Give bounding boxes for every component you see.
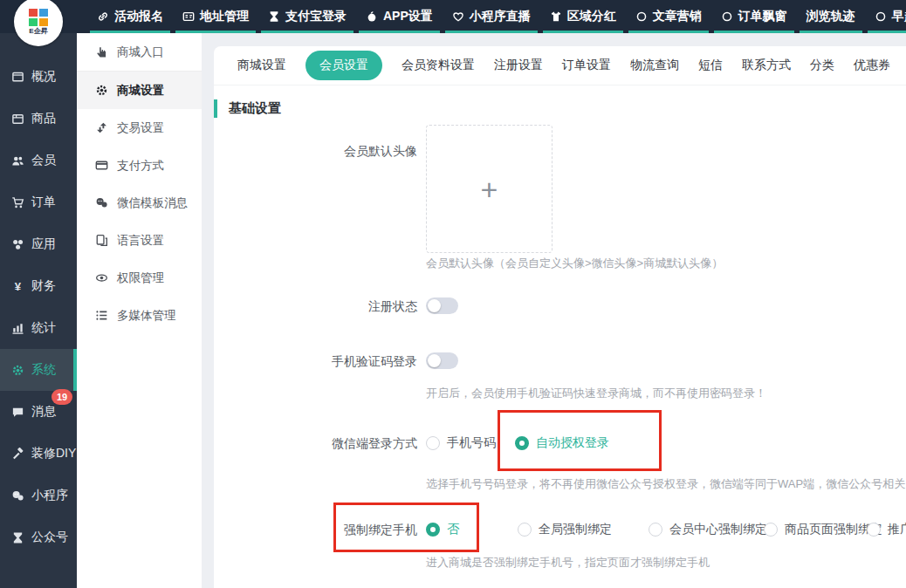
topbar-item-app-settings[interactable]: APP设置 (356, 0, 443, 33)
tab-order-settings[interactable]: 订单设置 (562, 58, 611, 73)
topbar-item-article-marketing[interactable]: 文章营销 (626, 0, 711, 33)
card-icon (95, 159, 108, 172)
radio-force-bind-member-center[interactable]: 会员中心强制绑定 (649, 521, 767, 538)
submenu-item-trade-settings[interactable]: 交易设置 (77, 109, 202, 147)
register-status-toggle[interactable] (426, 297, 458, 314)
field-label-force-bind-phone: 强制绑定手机 (234, 521, 417, 538)
radio-force-bind-promo[interactable]: 推广 (867, 521, 906, 538)
field-label-sms-login: 手机验证码登录 (234, 352, 417, 370)
topbar-item-label: 早起打卡 (892, 9, 906, 24)
circle-icon (875, 10, 887, 23)
sidebar-item-miniprogram[interactable]: 小程序 (0, 475, 77, 516)
sidebar-item-label: 财务 (31, 278, 56, 294)
radio-force-bind-no[interactable]: 否 (426, 521, 459, 538)
radio-force-bind-product-page[interactable]: 商品页面强制绑定 (764, 521, 882, 538)
field-label-register-status: 注册状态 (234, 297, 417, 315)
topbar-item-address-manage[interactable]: 地址管理 (173, 0, 258, 33)
sidebar-item-overview[interactable]: 概况 (0, 56, 77, 98)
gears-icon (11, 364, 24, 377)
field-label-default-avatar: 会员默认头像 (234, 142, 417, 160)
list-icon (95, 309, 108, 322)
topbar-item-label: 小程序直播 (470, 9, 531, 24)
tshirt-icon (550, 10, 562, 23)
address-card-icon (182, 10, 195, 23)
topbar-item-region-dividend[interactable]: 区域分红 (540, 0, 626, 33)
submenu-item-label: 多媒体管理 (117, 308, 176, 324)
sidebar-item-label: 系统 (31, 362, 56, 378)
tab-register-settings[interactable]: 注册设置 (494, 58, 543, 73)
sidebar-item-label: 统计 (31, 320, 56, 336)
tab-mall-settings[interactable]: 商城设置 (237, 58, 286, 73)
topbar-item-label: APP设置 (383, 9, 433, 24)
topbar-item-alipay-login[interactable]: 支付宝登录 (258, 0, 356, 33)
main-sidebar: 概况 商品 会员 订单 应用 财务 统计 系统 消息19 装修DIY 小程序 公… (0, 33, 77, 588)
sidebar-item-apps[interactable]: 应用 (0, 223, 77, 265)
topbar-item-label: 浏览轨迹 (806, 9, 855, 24)
radio-unchecked-icon (867, 523, 881, 537)
sidebar-item-finance[interactable]: 财务 (0, 265, 77, 307)
radio-force-bind-global[interactable]: 全局强制绑定 (518, 521, 612, 538)
sidebar-item-label: 消息 (31, 404, 56, 420)
circle-icon (721, 10, 733, 23)
radio-auto-auth-login[interactable]: 自动授权登录 (515, 434, 609, 452)
avatar-hint: 会员默认头像（会员自定义头像>微信头像>商城默认头像） (426, 256, 723, 270)
sidebar-item-label: 小程序 (31, 488, 68, 503)
radio-unchecked-icon (649, 523, 662, 537)
submenu-item-mall-entry[interactable]: 商城入口 (77, 33, 202, 72)
topbar-item-early-checkin[interactable]: 早起打卡 (865, 0, 906, 33)
hourglass-icon (11, 531, 24, 544)
sidebar-item-official-account[interactable]: 公众号 (0, 516, 77, 558)
users-icon (11, 154, 24, 168)
tab-member-profile-settings[interactable]: 会员资料设置 (402, 58, 475, 73)
sidebar-item-system[interactable]: 系统 (0, 349, 77, 391)
sidebar-item-label: 公众号 (31, 530, 68, 545)
avatar-upload-box[interactable]: + (426, 125, 553, 253)
topbar-item-label: 订单飘窗 (738, 9, 787, 24)
sidebar-item-statistics[interactable]: 统计 (0, 307, 77, 349)
sidebar-item-label: 订单 (31, 195, 56, 210)
tab-sms[interactable]: 短信 (698, 58, 723, 73)
link-icon (97, 10, 109, 23)
sidebar-item-orders[interactable]: 订单 (0, 181, 77, 223)
topbar-item-browse-track[interactable]: 浏览轨迹 (797, 0, 865, 33)
radio-label: 全局强制绑定 (539, 522, 612, 537)
section-header: 基础设置 (214, 99, 281, 118)
settings-panel: 商城设置 会员设置 会员资料设置 注册设置 订单设置 物流查询 短信 联系方式 … (214, 46, 906, 588)
tab-category[interactable]: 分类 (810, 58, 834, 73)
sms-login-toggle[interactable] (426, 352, 458, 369)
sidebar-item-decorate-diy[interactable]: 装修DIY (0, 433, 77, 475)
submenu-item-label: 权限管理 (117, 270, 164, 286)
submenu-item-mall-settings[interactable]: 商城设置 (77, 72, 202, 109)
submenu-item-media-manage[interactable]: 多媒体管理 (77, 297, 202, 334)
tab-member-settings[interactable]: 会员设置 (305, 51, 382, 80)
tab-contact[interactable]: 联系方式 (742, 58, 791, 73)
radio-phone-number[interactable]: 手机号码 (426, 434, 496, 452)
gear-icon (95, 84, 108, 97)
sidebar-item-messages[interactable]: 消息19 (0, 391, 77, 433)
submenu-item-payment-methods[interactable]: 支付方式 (77, 147, 202, 184)
submenu-item-language-settings[interactable]: 语言设置 (77, 222, 202, 259)
circle-icon (635, 10, 648, 23)
submenu-item-label: 支付方式 (117, 158, 164, 174)
apple-icon (366, 10, 378, 23)
sidebar-item-members[interactable]: 会员 (0, 140, 77, 181)
topbar-item-activity-signup[interactable]: 活动报名 (87, 0, 173, 33)
submenu-item-permission-manage[interactable]: 权限管理 (77, 259, 202, 297)
topbar-item-order-popup[interactable]: 订单飘窗 (711, 0, 797, 33)
tab-coupon[interactable]: 优惠券 (854, 58, 890, 73)
sidebar-item-goods[interactable]: 商品 (0, 98, 77, 140)
settings-tabs: 商城设置 会员设置 会员资料设置 注册设置 订单设置 物流查询 短信 联系方式 … (214, 46, 906, 85)
submenu-item-label: 语言设置 (117, 233, 164, 249)
chart-icon (11, 322, 24, 335)
topbar-item-miniprogram-live[interactable]: 小程序直播 (443, 0, 540, 33)
field-label-wechat-login-mode: 微信端登录方式 (234, 434, 417, 452)
radio-label: 会员中心强制绑定 (669, 522, 767, 537)
radio-checked-icon (426, 523, 440, 537)
sms-login-hint: 开启后，会员使用手机验证码快速登录商城，而不再使用密码登录！ (426, 386, 766, 400)
wechat-login-hint: 选择手机号号码登录，将不再使用微信公众号授权登录，微信端等同于WAP端，微信公众… (426, 477, 906, 491)
wechat-icon (11, 489, 24, 503)
radio-label: 否 (447, 522, 459, 537)
submenu-item-wechat-template-msg[interactable]: 微信模板消息 (77, 184, 202, 222)
topbar-item-label: 区域分红 (567, 9, 616, 24)
tab-logistics-query[interactable]: 物流查询 (630, 58, 679, 73)
